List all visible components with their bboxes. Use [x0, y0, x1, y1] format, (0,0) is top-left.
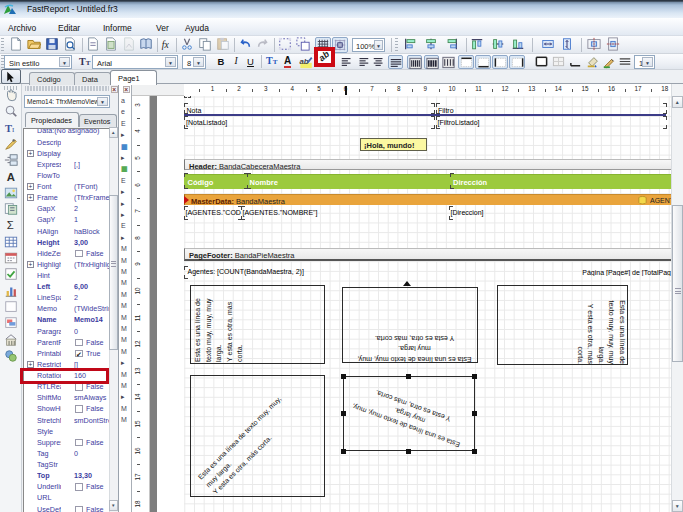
svg-text:fx: fx: [162, 39, 170, 50]
svg-text:A: A: [7, 171, 15, 183]
svg-text:ab: ab: [300, 57, 309, 66]
svg-text:T: T: [5, 123, 12, 134]
svg-text:I: I: [12, 126, 15, 134]
svg-text:Σ: Σ: [7, 219, 14, 231]
